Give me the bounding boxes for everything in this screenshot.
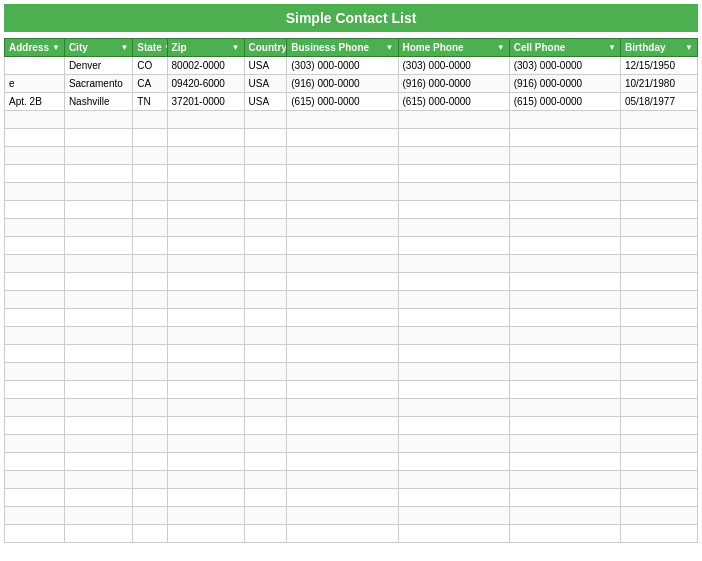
cell-business_phone[interactable] xyxy=(287,273,398,291)
col-header-country[interactable]: Country▼ xyxy=(244,39,287,57)
cell-country[interactable] xyxy=(244,201,287,219)
cell-city[interactable] xyxy=(64,201,132,219)
cell-birthday[interactable] xyxy=(620,399,697,417)
cell-state[interactable] xyxy=(133,255,167,273)
cell-birthday[interactable] xyxy=(620,111,697,129)
cell-state[interactable] xyxy=(133,129,167,147)
cell-zip[interactable] xyxy=(167,345,244,363)
cell-zip[interactable] xyxy=(167,363,244,381)
cell-cell_phone[interactable] xyxy=(509,399,620,417)
cell-state[interactable] xyxy=(133,417,167,435)
dropdown-icon-cell_phone[interactable]: ▼ xyxy=(608,43,616,52)
cell-home_phone[interactable] xyxy=(398,255,509,273)
cell-zip[interactable] xyxy=(167,453,244,471)
cell-country[interactable] xyxy=(244,345,287,363)
cell-state[interactable]: TN xyxy=(133,93,167,111)
cell-zip[interactable]: 80002-0000 xyxy=(167,57,244,75)
cell-address[interactable] xyxy=(5,201,65,219)
cell-cell_phone[interactable] xyxy=(509,435,620,453)
cell-business_phone[interactable] xyxy=(287,309,398,327)
cell-home_phone[interactable] xyxy=(398,273,509,291)
cell-address[interactable] xyxy=(5,489,65,507)
cell-birthday[interactable] xyxy=(620,273,697,291)
cell-business_phone[interactable]: (615) 000-0000 xyxy=(287,93,398,111)
cell-home_phone[interactable] xyxy=(398,417,509,435)
cell-birthday[interactable] xyxy=(620,255,697,273)
cell-business_phone[interactable] xyxy=(287,399,398,417)
cell-zip[interactable] xyxy=(167,489,244,507)
cell-city[interactable]: Sacramento xyxy=(64,75,132,93)
cell-home_phone[interactable] xyxy=(398,453,509,471)
cell-business_phone[interactable] xyxy=(287,453,398,471)
cell-home_phone[interactable] xyxy=(398,129,509,147)
cell-business_phone[interactable] xyxy=(287,165,398,183)
cell-city[interactable] xyxy=(64,363,132,381)
col-header-birthday[interactable]: Birthday▼ xyxy=(620,39,697,57)
cell-address[interactable] xyxy=(5,273,65,291)
cell-cell_phone[interactable] xyxy=(509,489,620,507)
cell-country[interactable] xyxy=(244,507,287,525)
cell-address[interactable] xyxy=(5,111,65,129)
cell-cell_phone[interactable] xyxy=(509,417,620,435)
col-header-city[interactable]: City▼ xyxy=(64,39,132,57)
cell-birthday[interactable] xyxy=(620,489,697,507)
cell-zip[interactable] xyxy=(167,417,244,435)
cell-address[interactable] xyxy=(5,507,65,525)
cell-birthday[interactable] xyxy=(620,165,697,183)
cell-business_phone[interactable] xyxy=(287,147,398,165)
cell-cell_phone[interactable] xyxy=(509,525,620,543)
cell-address[interactable] xyxy=(5,525,65,543)
cell-city[interactable] xyxy=(64,327,132,345)
cell-home_phone[interactable] xyxy=(398,471,509,489)
cell-state[interactable] xyxy=(133,183,167,201)
cell-city[interactable]: Denver xyxy=(64,57,132,75)
cell-state[interactable] xyxy=(133,309,167,327)
cell-country[interactable]: USA xyxy=(244,93,287,111)
cell-address[interactable] xyxy=(5,363,65,381)
cell-birthday[interactable]: 05/18/1977 xyxy=(620,93,697,111)
cell-state[interactable] xyxy=(133,435,167,453)
cell-birthday[interactable] xyxy=(620,291,697,309)
cell-zip[interactable] xyxy=(167,255,244,273)
cell-country[interactable] xyxy=(244,525,287,543)
cell-birthday[interactable] xyxy=(620,237,697,255)
cell-city[interactable] xyxy=(64,273,132,291)
cell-city[interactable] xyxy=(64,165,132,183)
cell-zip[interactable] xyxy=(167,183,244,201)
cell-birthday[interactable] xyxy=(620,219,697,237)
cell-address[interactable] xyxy=(5,309,65,327)
cell-country[interactable] xyxy=(244,453,287,471)
cell-city[interactable] xyxy=(64,507,132,525)
cell-business_phone[interactable] xyxy=(287,381,398,399)
cell-country[interactable] xyxy=(244,147,287,165)
cell-home_phone[interactable]: (615) 000-0000 xyxy=(398,93,509,111)
cell-state[interactable]: CO xyxy=(133,57,167,75)
cell-state[interactable]: CA xyxy=(133,75,167,93)
cell-home_phone[interactable] xyxy=(398,525,509,543)
cell-country[interactable] xyxy=(244,237,287,255)
cell-state[interactable] xyxy=(133,219,167,237)
cell-cell_phone[interactable] xyxy=(509,201,620,219)
dropdown-icon-zip[interactable]: ▼ xyxy=(232,43,240,52)
cell-cell_phone[interactable] xyxy=(509,165,620,183)
cell-birthday[interactable]: 10/21/1980 xyxy=(620,75,697,93)
cell-cell_phone[interactable] xyxy=(509,147,620,165)
cell-home_phone[interactable] xyxy=(398,201,509,219)
cell-address[interactable] xyxy=(5,327,65,345)
cell-zip[interactable] xyxy=(167,309,244,327)
cell-state[interactable] xyxy=(133,165,167,183)
dropdown-icon-birthday[interactable]: ▼ xyxy=(685,43,693,52)
cell-business_phone[interactable] xyxy=(287,507,398,525)
cell-state[interactable] xyxy=(133,291,167,309)
dropdown-icon-city[interactable]: ▼ xyxy=(120,43,128,52)
cell-business_phone[interactable] xyxy=(287,435,398,453)
cell-city[interactable]: Nashville xyxy=(64,93,132,111)
cell-zip[interactable] xyxy=(167,435,244,453)
cell-business_phone[interactable]: (303) 000-0000 xyxy=(287,57,398,75)
cell-city[interactable] xyxy=(64,291,132,309)
cell-cell_phone[interactable] xyxy=(509,507,620,525)
cell-state[interactable] xyxy=(133,453,167,471)
cell-zip[interactable] xyxy=(167,381,244,399)
cell-state[interactable] xyxy=(133,471,167,489)
cell-country[interactable] xyxy=(244,309,287,327)
